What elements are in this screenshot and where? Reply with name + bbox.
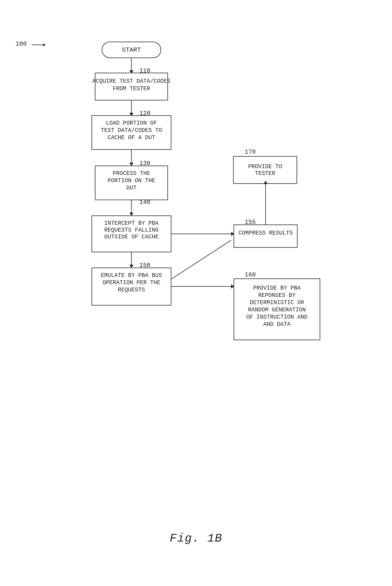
- svg-text:CACHE OF A DUT: CACHE OF A DUT: [108, 134, 155, 141]
- svg-line-49: [171, 240, 231, 279]
- svg-text:PROCESS THE: PROCESS THE: [112, 170, 150, 177]
- page: 100 START 110 ACQUIRE TEST DATA/CODES FR…: [0, 0, 392, 586]
- svg-text:EMULATE BY PBA BUS: EMULATE BY PBA BUS: [101, 272, 162, 279]
- flowchart-svg: START 110 ACQUIRE TEST DATA/CODES FROM T…: [34, 23, 351, 544]
- svg-text:FROM TESTER: FROM TESTER: [112, 86, 150, 92]
- svg-marker-18: [130, 163, 134, 166]
- svg-rect-25: [234, 156, 297, 184]
- svg-text:140: 140: [139, 199, 150, 206]
- svg-text:PROVIDE TO: PROVIDE TO: [248, 164, 282, 170]
- svg-text:START: START: [122, 46, 141, 54]
- svg-text:REQUESTS: REQUESTS: [118, 287, 145, 293]
- svg-text:160: 160: [245, 272, 256, 278]
- svg-text:AND DATA: AND DATA: [263, 321, 290, 328]
- svg-text:TEST DATA/CODES TO: TEST DATA/CODES TO: [101, 127, 162, 134]
- svg-text:RANDOM GENERATION: RANDOM GENERATION: [248, 306, 306, 313]
- svg-text:PORTION ON THE: PORTION ON THE: [108, 178, 155, 184]
- svg-text:DUT: DUT: [126, 185, 136, 191]
- svg-text:PROVIDE BY PBA: PROVIDE BY PBA: [253, 285, 301, 292]
- svg-text:DETERMINISTIC OR: DETERMINISTIC OR: [250, 299, 304, 306]
- svg-text:COMPRESS RESULTS: COMPRESS RESULTS: [238, 230, 293, 236]
- svg-marker-30: [130, 212, 134, 216]
- svg-text:OUTSIDE OF CACHE: OUTSIDE OF CACHE: [104, 234, 158, 240]
- svg-text:LOAD PORTION OF: LOAD PORTION OF: [106, 120, 157, 126]
- svg-marker-43: [130, 265, 134, 268]
- svg-text:ACQUIRE TEST DATA/CODES: ACQUIRE TEST DATA/CODES: [92, 78, 170, 84]
- svg-text:170: 170: [245, 149, 256, 156]
- svg-text:REPONSES BY: REPONSES BY: [258, 292, 296, 299]
- figure-label: Fig. 1B: [170, 532, 222, 545]
- svg-text:REQUESTS FALLING: REQUESTS FALLING: [104, 227, 158, 234]
- svg-text:TESTER: TESTER: [255, 170, 275, 177]
- svg-text:OF INSTRUCTION AND: OF INSTRUCTION AND: [246, 314, 308, 320]
- svg-text:INTERCEPT BY PBA: INTERCEPT BY PBA: [104, 220, 158, 226]
- svg-text:OPERATION PER THE: OPERATION PER THE: [102, 280, 160, 286]
